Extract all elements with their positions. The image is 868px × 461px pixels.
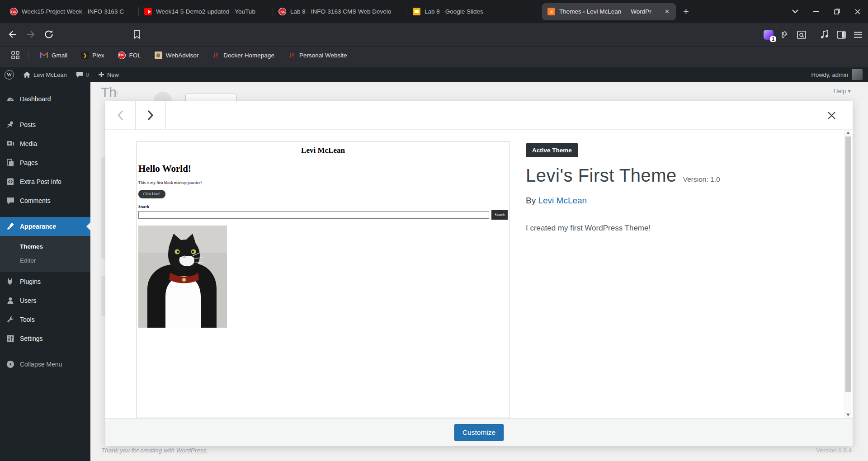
scroll-down-arrow[interactable] bbox=[845, 412, 851, 418]
active-theme-badge: Active Theme bbox=[526, 143, 578, 157]
broken-favicon-icon bbox=[288, 52, 296, 59]
tab-strip: FOL Week15-Project Week - INFO-3163 C We… bbox=[0, 0, 868, 23]
menu-hamburger-icon[interactable] bbox=[853, 29, 863, 40]
settings-sliders-icon bbox=[6, 334, 15, 343]
bookmark-label: WebAdvisor bbox=[166, 52, 199, 59]
preview-divider bbox=[137, 223, 509, 223]
tab-search-chevron-icon[interactable] bbox=[785, 0, 806, 23]
wordpress-footer-link[interactable]: WordPress. bbox=[176, 447, 208, 454]
new-tab-button[interactable]: + bbox=[677, 6, 695, 18]
theme-name: Levi's First Theme bbox=[526, 165, 677, 186]
cat-photo bbox=[138, 226, 227, 328]
sidebar-item-plugins[interactable]: Plugins bbox=[0, 272, 90, 291]
preview-search-button: Search bbox=[491, 210, 508, 220]
bookmark-gmail[interactable]: Gmail bbox=[37, 52, 71, 59]
site-name-menu[interactable]: Levi McLean bbox=[19, 67, 71, 82]
sidebar-item-collapse-menu[interactable]: Collapse Menu bbox=[0, 355, 90, 374]
footer-version: Version 6.9.4 bbox=[816, 447, 852, 454]
bookmarks-bar: Gmail ❯ Plex FOL FOL WebAdvisor Docker H… bbox=[0, 46, 868, 67]
theme-author-line: By Levi McLean bbox=[526, 196, 816, 206]
tab-youtube[interactable]: Week14-5-Demo2-updated - YouTub bbox=[139, 3, 273, 21]
bookmark-plex[interactable]: ❯ Plex bbox=[77, 52, 108, 59]
tab-wordpress-themes-active[interactable]: ꭗ Themes ‹ Levi McLean — WordPr ✕ bbox=[542, 3, 676, 20]
sidebar-item-dashboard[interactable]: Dashboard bbox=[0, 89, 90, 108]
bookmarks-divider bbox=[28, 51, 28, 59]
fol-icon: FOL bbox=[118, 52, 126, 59]
tab-week15-project[interactable]: FOL Week15-Project Week - INFO-3163 C bbox=[5, 3, 138, 21]
tab-close-icon[interactable]: ✕ bbox=[664, 8, 670, 15]
browser-toolbar: i localhost/wordpress/wp-admin/themes.ph… bbox=[0, 23, 868, 46]
previous-theme-button[interactable] bbox=[105, 101, 136, 130]
sidebar-item-settings[interactable]: Settings bbox=[0, 329, 90, 348]
pin-icon bbox=[6, 120, 15, 129]
theme-screenshot: Levi McLean Hello World! This is my firs… bbox=[136, 141, 510, 418]
tab-title: Themes ‹ Levi McLean — WordPr bbox=[559, 8, 660, 15]
back-button[interactable] bbox=[7, 29, 18, 40]
appearance-brush-icon bbox=[6, 222, 15, 231]
close-window-button[interactable] bbox=[847, 0, 868, 23]
home-icon bbox=[23, 71, 31, 78]
new-content-menu[interactable]: New bbox=[94, 67, 123, 82]
youtube-icon bbox=[144, 8, 152, 15]
tab-title: Week14-5-Demo2-updated - YouTub bbox=[156, 8, 267, 15]
forward-button[interactable] bbox=[25, 29, 36, 40]
bookmark-personal-website[interactable]: Personal Website bbox=[284, 52, 351, 59]
webadvisor-icon bbox=[155, 52, 162, 59]
apps-grid-icon[interactable] bbox=[11, 51, 20, 60]
submenu-item-editor[interactable]: Editor bbox=[20, 254, 90, 268]
modal-scrollbar[interactable] bbox=[844, 130, 851, 418]
wordpress-logo-icon: W bbox=[5, 70, 14, 80]
bookmark-docker-homepage[interactable]: Docker Homepage bbox=[208, 52, 278, 59]
footer-thanks-text: Thank you for creating with bbox=[101, 447, 176, 454]
close-overlay-button[interactable] bbox=[819, 101, 844, 130]
tab-title: Week15-Project Week - INFO-3163 C bbox=[22, 8, 133, 15]
my-account-menu[interactable]: Howdy, admin bbox=[809, 67, 865, 82]
next-theme-button[interactable] bbox=[136, 101, 166, 130]
plus-icon bbox=[98, 71, 104, 78]
bookmark-label: Docker Homepage bbox=[223, 52, 274, 59]
tab-google-slides[interactable]: Lab 8 - Google Slides bbox=[407, 3, 541, 21]
sidebar-item-posts[interactable]: Posts bbox=[0, 115, 90, 134]
sidebar-item-comments[interactable]: Comments bbox=[0, 191, 90, 210]
help-tab[interactable]: Help ▾ bbox=[834, 87, 851, 94]
wp-logo-menu[interactable]: W bbox=[0, 67, 19, 82]
scrollbar-thumb[interactable] bbox=[845, 136, 851, 392]
sidebar-item-appearance[interactable]: Appearance bbox=[0, 217, 90, 236]
wp-admin-sidebar: Dashboard Posts Media Pages Extra Post bbox=[0, 82, 90, 461]
sidebar-apps-icon[interactable]: 1 bbox=[764, 30, 774, 40]
theme-overlay-modal: Levi McLean Hello World! This is my firs… bbox=[105, 101, 853, 446]
theme-author-link[interactable]: Levi McLean bbox=[538, 196, 587, 205]
avatar bbox=[852, 69, 863, 80]
bookmark-fol[interactable]: FOL FOL bbox=[114, 52, 145, 59]
extensions-puzzle-icon[interactable] bbox=[779, 29, 790, 40]
sidebar-item-media[interactable]: Media bbox=[0, 134, 90, 153]
bookmark-webadvisor[interactable]: WebAdvisor bbox=[151, 52, 203, 59]
scroll-up-arrow[interactable] bbox=[845, 130, 851, 136]
reload-button[interactable] bbox=[43, 29, 54, 40]
sidebar-item-extra-post-info[interactable]: Extra Post Info bbox=[0, 172, 90, 191]
tab-title: Lab 8 - INFO-3163 CMS Web Develo bbox=[290, 8, 401, 15]
submenu-item-themes[interactable]: Themes bbox=[20, 240, 90, 254]
sidebar-item-pages[interactable]: Pages bbox=[0, 153, 90, 172]
comment-count: 0 bbox=[86, 71, 89, 78]
browser-window: FOL Week15-Project Week - INFO-3163 C We… bbox=[0, 0, 868, 461]
fol-icon: FOL bbox=[10, 8, 18, 15]
media-music-icon[interactable] bbox=[819, 29, 830, 40]
collapse-arrow-icon bbox=[6, 360, 15, 369]
theme-description: I created my first WordPress Theme! bbox=[526, 224, 816, 233]
theme-info-column: Active Theme Levi's First Theme Version:… bbox=[526, 130, 816, 233]
comments-icon bbox=[6, 196, 15, 205]
plugin-icon bbox=[6, 277, 15, 286]
by-label: By bbox=[526, 196, 538, 205]
customize-button[interactable]: Customize bbox=[454, 424, 504, 441]
comments-menu[interactable]: 0 bbox=[71, 67, 94, 82]
wallet-search-icon[interactable] bbox=[796, 29, 807, 40]
reading-sidebar-icon[interactable] bbox=[836, 29, 847, 40]
maximize-button[interactable] bbox=[826, 0, 847, 23]
sidebar-item-tools[interactable]: Tools bbox=[0, 310, 90, 329]
tab-lab8-cms[interactable]: FOL Lab 8 - INFO-3163 CMS Web Develo bbox=[273, 3, 407, 21]
sidebar-item-users[interactable]: Users bbox=[0, 291, 90, 310]
footer-thanks: Thank you for creating with WordPress. bbox=[101, 447, 208, 454]
bookmark-page-icon[interactable] bbox=[133, 29, 141, 39]
minimize-button[interactable] bbox=[806, 0, 826, 23]
